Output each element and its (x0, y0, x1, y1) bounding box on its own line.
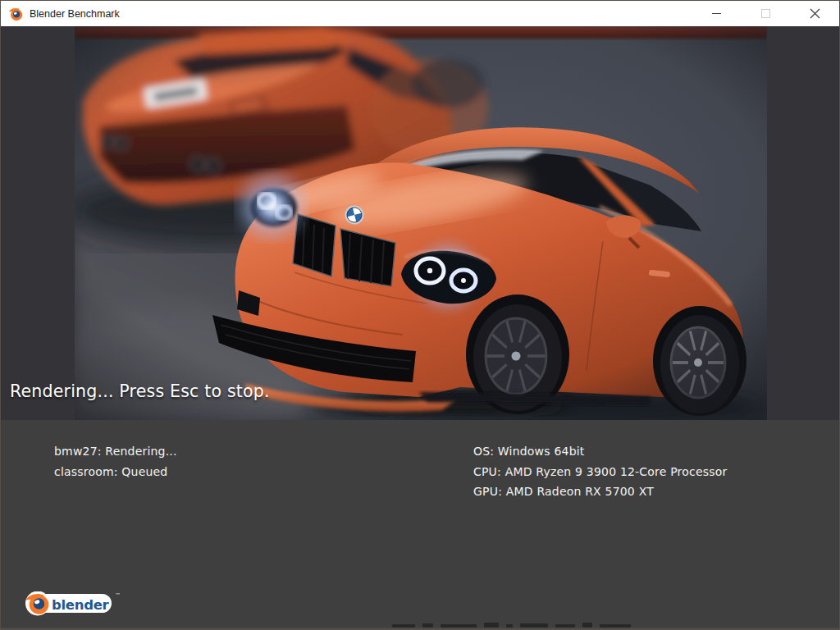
cutoff-watermark-artifact (392, 620, 631, 628)
system-os: OS: Windows 64bit (473, 441, 727, 462)
system-gpu: GPU: AMD Radeon RX 5700 XT (473, 482, 727, 502)
close-icon (810, 8, 820, 19)
queue-item-bmw27: bmw27: Rendering... (54, 441, 177, 462)
blender-logo-icon (8, 7, 23, 21)
render-status-overlay: Rendering... Press Esc to stop. (10, 381, 270, 401)
window-controls (692, 1, 839, 26)
blender-benchmark-window: Blender Benchmark (0, 0, 840, 630)
system-cpu: CPU: AMD Ryzen 9 3900 12-Core Processor (473, 462, 727, 482)
content-area: Rendering... Press Esc to stop. bmw27: R… (1, 26, 839, 629)
titlebar: Blender Benchmark (1, 1, 839, 26)
maximize-icon (761, 9, 770, 18)
window-title: Blender Benchmark (30, 8, 120, 20)
window-bottom-edge (1, 628, 839, 629)
bmw27-render (75, 26, 767, 420)
blender-wordmark: blender (52, 597, 110, 613)
blender-brand-logo: blender ™ (24, 591, 122, 616)
status-panel: bmw27: Rendering... classroom: Queued OS… (1, 420, 839, 629)
queue-item-classroom: classroom: Queued (54, 462, 177, 482)
benchmark-queue: bmw27: Rendering... classroom: Queued (54, 441, 177, 482)
maximize-button (741, 1, 790, 26)
minimize-button[interactable] (692, 1, 741, 26)
system-info: OS: Windows 64bit CPU: AMD Ryzen 9 3900 … (473, 441, 727, 502)
vignette (75, 26, 767, 420)
trademark-symbol: ™ (115, 592, 121, 599)
close-button[interactable] (790, 1, 839, 26)
minimize-icon (712, 13, 721, 14)
render-preview-image (75, 26, 767, 420)
